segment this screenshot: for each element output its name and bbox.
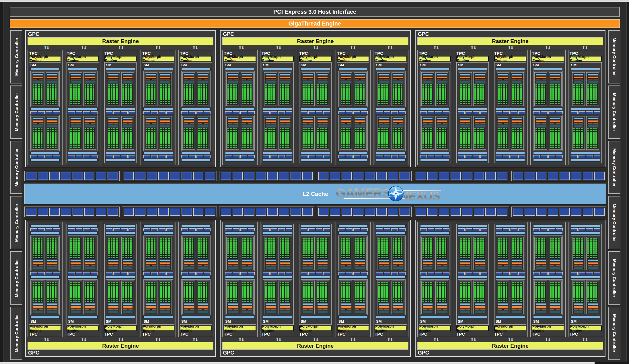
- dispatch-unit-row: [122, 79, 133, 80]
- core-column: [377, 281, 390, 314]
- crossbar-row-bottom: [24, 207, 606, 217]
- memory-controller-box: Memory Controller: [608, 307, 620, 360]
- dispatch-unit-bar: [160, 309, 165, 310]
- cuda-core-grid: [146, 128, 156, 149]
- sm-processing-block: [225, 235, 254, 271]
- register-file-bar: [512, 267, 523, 269]
- crossbar-segment: [108, 172, 118, 180]
- sm-processing-block: [420, 71, 449, 107]
- ldst-unit-segment: [76, 155, 82, 158]
- dispatch-unit-bar: [189, 265, 194, 266]
- warp-scheduler-bar: [550, 120, 560, 122]
- dispatch-unit-bar: [442, 123, 447, 124]
- dispatch-unit-bar: [518, 79, 523, 80]
- register-file-bar: [47, 125, 58, 127]
- dispatch-unit-bar: [128, 123, 133, 124]
- shared-cache-bar: [68, 159, 97, 161]
- ldst-unit-segment: [248, 111, 254, 114]
- crossbar-segment: [38, 172, 48, 180]
- sm-processing-block: [143, 279, 173, 315]
- ldst-unit-segment: [308, 228, 315, 231]
- dispatch-unit-bar: [323, 309, 328, 310]
- shared-cache-bar: [496, 159, 525, 161]
- down-arrow-icon: ⬇: [46, 337, 49, 342]
- warp-scheduler-bar: [122, 120, 133, 122]
- ldst-unit-segment: [480, 155, 487, 158]
- sm-processing-block: [225, 71, 254, 107]
- crossbar-segment: [291, 208, 301, 216]
- ldst-unit-segment: [384, 155, 390, 158]
- warp-scheduler-bar: [437, 306, 447, 308]
- warp-scheduler-bar: [70, 76, 81, 79]
- dispatch-unit-bar: [248, 265, 252, 266]
- pci-express-host-interface-bar: PCI Express 3.0 Host Interface: [10, 7, 620, 17]
- shared-cache-bar: [458, 108, 487, 110]
- ldst-unit-segment: [391, 228, 398, 231]
- ldst-unit-segment: [270, 155, 277, 158]
- dispatch-unit-bar: [280, 265, 285, 266]
- cuda-core-grid: [47, 128, 58, 149]
- sm-box: SM: [262, 62, 294, 163]
- dispatch-unit-bar: [33, 309, 38, 310]
- crossbar-group: [219, 171, 314, 181]
- warp-scheduler-bar: [33, 262, 43, 264]
- dispatch-unit-bar: [271, 309, 276, 310]
- crossbar-segment: [96, 208, 106, 216]
- dispatch-unit-row: [355, 309, 365, 310]
- pci-express-label: PCI Express 3.0 Host Interface: [273, 9, 356, 15]
- crossbar-segment: [193, 172, 204, 180]
- up-arrow-icon: ⬆: [238, 45, 241, 50]
- instruction-buffer-bar: [341, 73, 351, 76]
- sm-label: SM: [496, 63, 525, 67]
- sm-label: SM: [533, 63, 562, 67]
- warp-scheduler-bar: [70, 306, 81, 308]
- dispatch-unit-bar: [303, 309, 308, 310]
- instruction-buffer-bar: [198, 73, 209, 76]
- shared-cache-bar: [263, 276, 292, 279]
- polymorph-engine-bar: PolyMorph Engine: [494, 56, 526, 61]
- crossbar-segment: [365, 208, 375, 216]
- warp-scheduler-bar: [227, 262, 238, 264]
- ldst-unit-segment: [556, 228, 562, 231]
- cuda-core-grid: [341, 282, 351, 303]
- dispatch-unit-row: [146, 79, 156, 80]
- ldst-unit-segment: [511, 228, 517, 231]
- ldst-unit-segment: [83, 155, 90, 158]
- shared-cache-bar: [338, 225, 368, 227]
- dispatch-unit-bar: [361, 123, 365, 124]
- core-column: [392, 116, 404, 150]
- ldst-unit-segment: [323, 272, 330, 275]
- ldst-unit-segment: [233, 228, 239, 231]
- core-column: [549, 116, 562, 150]
- bidirectional-arrow-pair: ⬆⬇: [139, 45, 176, 50]
- dispatch-unit-row: [184, 265, 194, 266]
- ldst-unit-row: [338, 155, 368, 158]
- dispatch-unit-bar: [437, 79, 441, 80]
- down-arrow-icon: ⬇: [278, 45, 281, 50]
- tpc-box: TPCPolyMorph EngineSM: [568, 50, 603, 165]
- instruction-buffer-bar: [535, 73, 546, 76]
- crossbar-segment: [205, 208, 215, 216]
- warp-scheduler-bar: [33, 76, 43, 79]
- dispatch-unit-bar: [346, 123, 351, 124]
- cuda-core-grid: [341, 128, 351, 149]
- crossbar-segment: [205, 172, 215, 180]
- register-file-bar: [550, 81, 560, 83]
- shared-cache-bar: [533, 108, 562, 110]
- shared-cache-bar: [30, 316, 60, 319]
- dispatch-unit-bar: [378, 123, 383, 124]
- instruction-buffer-bar: [70, 303, 81, 305]
- ldst-unit-segment: [376, 111, 383, 114]
- ldst-unit-row: [68, 111, 97, 114]
- ldst-unit-segment: [548, 272, 555, 275]
- shared-cache-bar: [338, 159, 368, 161]
- ldst-unit-row: [68, 228, 97, 231]
- instruction-buffer-bar: [437, 259, 447, 262]
- register-file-bar: [393, 125, 403, 127]
- sm-processing-block: [225, 115, 254, 151]
- instruction-buffer-bar: [108, 259, 119, 262]
- dispatch-unit-bar: [480, 309, 485, 310]
- core-column: [473, 116, 486, 150]
- core-column: [421, 116, 434, 150]
- register-file-bar: [498, 81, 509, 83]
